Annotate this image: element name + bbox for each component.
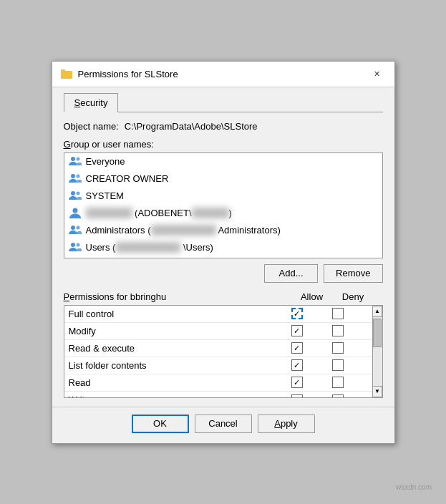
title-bar-left: Permissions for SLStore [61,68,178,79]
checkbox-allow[interactable] [291,394,303,398]
svg-point-10 [71,226,75,230]
perm-allow-checkbox[interactable] [276,394,319,398]
perm-row-read: Read ✓ [64,374,372,392]
permissions-rows: Full control ✓ Modify ✓ [64,306,372,397]
checkbox-deny[interactable] [332,394,344,398]
cancel-button[interactable]: Cancel [195,415,252,433]
close-button[interactable]: × [369,65,386,82]
users-list[interactable]: Everyone CREATOR OWNER [64,152,383,258]
object-name-value: C:\ProgramData\Adobe\SLStore [125,121,258,132]
permissions-table: Full control ✓ Modify ✓ [64,305,383,398]
svg-point-8 [76,191,79,195]
user-name: Administrators (xxxxxxxxxxxxxx Administr… [86,225,281,236]
group-section-label: Group or user names: [64,139,383,150]
group-icon [69,173,82,185]
user-name: SYSTEM [86,190,124,201]
scroll-down-button[interactable]: ▼ [372,386,382,397]
object-name-row: Object name: C:\ProgramData\Adobe\SLStor… [64,121,383,132]
perm-name: Read [69,377,276,388]
checkbox-deny[interactable] [332,325,344,336]
checkbox-allow[interactable]: ✓ [291,377,303,388]
perm-allow-checkbox[interactable]: ✓ [276,342,319,354]
user-name: xxxxxxxxxx (ADOBENET\xxxxxxxx) [86,208,232,218]
perm-allow-checkbox[interactable]: ✓ [276,377,319,388]
svg-point-9 [72,208,77,213]
perm-deny-checkbox[interactable] [319,342,358,354]
perm-name: Full control [69,309,276,319]
perm-name: List folder contents [69,360,276,371]
remove-button[interactable]: Remove [324,264,382,283]
svg-point-6 [76,174,79,178]
ok-button[interactable]: OK [132,415,189,433]
apply-button[interactable]: Apply [258,415,315,433]
user-icon [69,207,82,220]
perm-row-full-control: Full control ✓ [64,306,372,323]
scroll-thumb[interactable] [373,319,382,347]
tab-security-label: Security [74,97,108,108]
perm-deny-checkbox[interactable] [319,308,358,319]
add-button[interactable]: Add... [264,264,318,283]
permissions-header: Permissions for bbringhu Allow Deny [64,291,383,302]
user-action-buttons: Add... Remove [64,264,383,283]
col-deny-label: Deny [334,291,373,302]
checkbox-deny[interactable] [332,308,344,319]
permissions-label: Permissions for bbringhu [64,291,291,302]
object-name-label: Object name: [64,121,119,132]
list-item[interactable]: Administrators (xxxxxxxxxxxxxx Administr… [64,222,382,239]
tab-security[interactable]: Security [64,93,119,112]
svg-point-5 [71,174,75,178]
dialog-footer: OK Cancel Apply [52,407,394,443]
perm-deny-checkbox[interactable] [319,394,358,398]
perm-row-modify: Modify ✓ [64,323,372,340]
perm-allow-checkbox[interactable]: ✓ [276,325,319,336]
list-item[interactable]: CREATOR OWNER [64,170,382,188]
group-icon [69,155,82,168]
col-allow-label: Allow [291,291,334,302]
checkbox-allow[interactable]: ✓ [291,359,303,371]
group-icon [69,224,82,237]
group-icon [69,241,82,254]
user-name: Users (xxxxxxxxxxxxxx \Users) [86,242,213,253]
watermark: wsxdn.com [396,483,432,491]
perm-name: Read & execute [69,343,276,354]
svg-point-12 [71,243,75,247]
svg-point-7 [71,191,75,195]
user-name: CREATOR OWNER [86,173,169,184]
user-name: Everyone [86,156,125,167]
perm-allow-checkbox[interactable]: ✓ [276,308,319,319]
checkbox-allow[interactable]: ✓ [291,325,303,336]
group-icon [69,190,82,203]
list-item[interactable]: SYSTEM [64,188,382,205]
perm-row-list-folder: List folder contents ✓ [64,357,372,374]
scrollbar[interactable]: ▲ ▼ [372,306,382,397]
perm-deny-checkbox[interactable] [319,325,358,336]
checkbox-deny[interactable] [332,377,344,388]
permissions-dialog: Permissions for SLStore × Security Objec… [52,61,395,444]
title-bar: Permissions for SLStore × [52,62,394,87]
checkbox-allow[interactable]: ✓ [291,342,303,354]
checkbox-deny[interactable] [332,359,344,371]
perm-deny-checkbox[interactable] [319,359,358,371]
perm-deny-checkbox[interactable] [319,377,358,388]
tab-bar: Security [64,93,383,112]
perm-name: Modify [69,326,276,336]
svg-rect-2 [61,69,65,72]
scroll-up-button[interactable]: ▲ [372,306,382,317]
perm-row-read-execute: Read & execute ✓ [64,340,372,357]
checkbox-allow[interactable]: ✓ [291,308,303,319]
svg-point-3 [71,157,75,161]
svg-point-11 [76,226,79,229]
folder-icon [61,68,72,79]
svg-point-4 [76,157,79,160]
dialog-title: Permissions for SLStore [78,69,178,79]
perm-row-write: Write [64,392,372,398]
perm-allow-checkbox[interactable]: ✓ [276,359,319,371]
list-item[interactable]: Users (xxxxxxxxxxxxxx \Users) [64,239,382,256]
checkbox-deny[interactable] [332,342,344,354]
svg-point-13 [76,243,79,246]
dialog-body: Security Object name: C:\ProgramData\Ado… [52,87,394,407]
perm-name: Write [69,394,276,398]
list-item[interactable]: xxxxxxxxxx (ADOBENET\xxxxxxxx) [64,205,382,222]
list-item[interactable]: Everyone [64,153,382,170]
